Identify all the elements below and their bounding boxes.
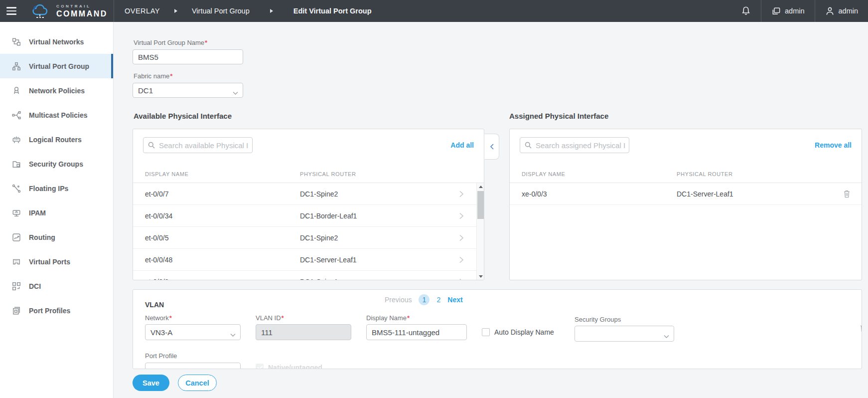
assigned-panel: Remove all DISPLAY NAME PHYSICAL ROUTER … <box>509 129 862 280</box>
chevron-right-icon[interactable] <box>459 278 464 280</box>
table-row[interactable]: et-0/0/48DC1-Server-Leaf1 <box>133 249 484 271</box>
trash-icon[interactable] <box>860 324 862 334</box>
vpg-name-label: Virtual Port Group Name* <box>134 39 207 46</box>
multicast-policies-icon <box>12 111 21 120</box>
trash-icon[interactable] <box>843 190 851 199</box>
table-scrollbar[interactable] <box>476 183 484 280</box>
cancel-button[interactable]: Cancel <box>178 375 217 391</box>
display-name-input[interactable] <box>366 324 467 340</box>
dci-icon <box>12 282 21 291</box>
port-profiles-icon <box>12 306 21 315</box>
save-button[interactable]: Save <box>133 375 169 391</box>
available-search-input[interactable] <box>159 141 249 150</box>
user-menu[interactable]: admin <box>815 0 868 22</box>
sidebar-item-label: DCI <box>29 282 41 290</box>
port-profile-select[interactable] <box>145 363 241 369</box>
native-untagged-label: Native/untagged <box>268 364 322 369</box>
floating-ips-icon <box>12 184 21 193</box>
pagination-next[interactable]: Next <box>447 296 462 304</box>
bell-icon <box>741 6 751 16</box>
table-row[interactable]: et-0/0/8DC1-Spine1 <box>133 271 484 280</box>
sidebar-item-label: Logical Routers <box>29 136 82 144</box>
fabric-name-value: DC1 <box>138 86 153 95</box>
sidebar-item-multicast-policies[interactable]: Multicast Policies <box>0 103 113 127</box>
table-row[interactable]: et-0/0/7DC1-Spine2 <box>133 183 484 205</box>
pagination-previous[interactable]: Previous <box>385 296 412 304</box>
brand-line1: CONTRAIL <box>56 4 108 8</box>
sidebar-item-routing[interactable]: Routing <box>0 225 113 249</box>
sidebar-item-security-groups[interactable]: Security Groups <box>0 152 113 176</box>
notifications-button[interactable] <box>731 0 761 22</box>
scroll-up-arrow[interactable] <box>477 183 484 190</box>
available-search[interactable] <box>143 137 253 153</box>
display-name-label: Display Name* <box>366 314 410 322</box>
project-name: admin <box>785 7 805 15</box>
checkbox-icon[interactable] <box>482 328 490 336</box>
auto-display-name-checkbox[interactable]: Auto Display Name <box>482 328 554 336</box>
network-select[interactable]: VN3-A <box>145 324 241 340</box>
column-physical-router: PHYSICAL ROUTER <box>677 171 733 177</box>
column-display-name: DISPLAY NAME <box>145 171 189 177</box>
project-selector[interactable]: admin <box>761 0 815 22</box>
sidebar-item-network-policies[interactable]: Network Policies <box>0 78 113 103</box>
table-row[interactable]: xe-0/0/3DC1-Server-Leaf1 <box>510 183 862 205</box>
brand-line2: COMMAND <box>56 10 108 18</box>
native-untagged-checkbox[interactable]: Native/untagged <box>256 364 322 369</box>
port-profile-label: Port Profile <box>145 352 177 360</box>
remove-all-link[interactable]: Remove all <box>815 141 852 149</box>
security-groups-select[interactable] <box>575 326 674 342</box>
sidebar-item-virtual-networks[interactable]: Virtual Networks <box>0 29 113 54</box>
topbar-divider <box>114 0 114 22</box>
cloud-logo-icon <box>30 3 52 18</box>
vpg-name-input[interactable] <box>133 49 243 64</box>
vlan-id-label: VLAN ID* <box>256 314 284 322</box>
assigned-search[interactable] <box>520 137 629 153</box>
available-rows: et-0/0/7DC1-Spine2 et-0/0/34DC1-Border-L… <box>133 183 484 280</box>
project-icon <box>771 6 781 16</box>
pagination-page-1[interactable]: 1 <box>419 294 430 305</box>
chevron-right-icon[interactable] <box>459 190 464 199</box>
sidebar-item-port-profiles[interactable]: Port Profiles <box>0 298 113 323</box>
search-icon <box>524 141 532 149</box>
breadcrumb-overlay[interactable]: OVERLAY <box>125 7 160 15</box>
sidebar-item-ipam[interactable]: IPAM <box>0 200 113 225</box>
top-bar: CONTRAIL COMMAND OVERLAY Virtual Port Gr… <box>0 0 868 22</box>
add-all-link[interactable]: Add all <box>450 141 474 149</box>
pagination-page-2[interactable]: 2 <box>436 296 440 304</box>
available-title: Available Physical Interface <box>134 112 232 120</box>
sidebar-item-logical-routers[interactable]: Logical Routers <box>0 127 113 152</box>
available-panel: Add all DISPLAY NAME PHYSICAL ROUTER et-… <box>133 129 484 280</box>
security-groups-label: Security Groups <box>575 316 621 323</box>
hamburger-menu-icon[interactable] <box>0 0 22 22</box>
table-row[interactable]: et-0/0/5DC1-Spine2 <box>133 227 484 249</box>
fabric-name-select[interactable]: DC1 <box>133 83 243 98</box>
table-row[interactable]: et-0/0/34DC1-Border-Leaf1 <box>133 205 484 227</box>
sidebar-item-label: Security Groups <box>29 160 83 168</box>
breadcrumb-virtual-port-group[interactable]: Virtual Port Group <box>192 7 250 15</box>
collapse-panel-button[interactable] <box>484 134 499 160</box>
sidebar-item-virtual-port-group[interactable]: Virtual Port Group <box>0 54 113 78</box>
routing-icon <box>12 233 21 242</box>
scroll-down-arrow[interactable] <box>477 273 484 280</box>
sidebar-item-virtual-ports[interactable]: Virtual Ports <box>0 249 113 274</box>
chevron-right-icon[interactable] <box>459 234 464 243</box>
assigned-table-header: DISPLAY NAME PHYSICAL ROUTER <box>510 170 862 183</box>
chevron-right-icon[interactable] <box>459 212 464 221</box>
scrollbar-thumb[interactable] <box>477 191 484 219</box>
main-content: Virtual Port Group Name* Fabric name* DC… <box>114 22 868 398</box>
column-display-name: DISPLAY NAME <box>522 171 566 177</box>
vlan-id-input <box>256 324 351 340</box>
chevron-right-icon[interactable] <box>459 256 464 265</box>
network-value: VN3-A <box>150 328 172 337</box>
sidebar-item-dci[interactable]: DCI <box>0 274 113 298</box>
user-icon <box>825 6 835 16</box>
sidebar-item-label: Network Policies <box>29 87 85 95</box>
checkbox-checked-icon[interactable] <box>256 364 264 369</box>
auto-display-name-label: Auto Display Name <box>494 328 554 336</box>
sidebar-item-floating-ips[interactable]: Floating IPs <box>0 176 113 200</box>
virtual-networks-icon <box>12 37 21 46</box>
assigned-search-input[interactable] <box>536 141 625 150</box>
sidebar-item-label: IPAM <box>29 209 46 217</box>
chevron-down-icon <box>230 330 236 339</box>
chevron-left-icon <box>489 143 495 150</box>
